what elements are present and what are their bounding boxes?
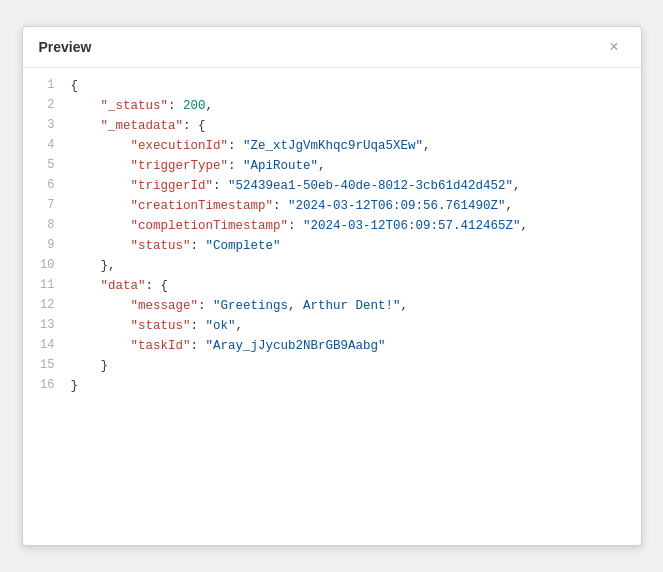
line-number: 4 (23, 136, 71, 156)
code-token: : (191, 339, 206, 353)
code-token: "ok" (206, 319, 236, 333)
line-content: "data": { (71, 276, 641, 296)
table-row: 3 "_metadata": { (23, 116, 641, 136)
code-token: "triggerId" (131, 179, 214, 193)
code-token: : (191, 319, 206, 333)
line-content: }, (71, 256, 641, 276)
code-token: , (401, 299, 409, 313)
table-row: 12 "message": "Greetings, Arthur Dent!", (23, 296, 641, 316)
line-content: { (71, 76, 641, 96)
code-token: "executionId" (131, 139, 229, 153)
table-row: 1{ (23, 76, 641, 96)
table-row: 5 "triggerType": "ApiRoute", (23, 156, 641, 176)
line-content: "triggerId": "52439ea1-50eb-40de-8012-3c… (71, 176, 641, 196)
line-number: 3 (23, 116, 71, 136)
code-token: "completionTimestamp" (131, 219, 289, 233)
code-token: : (228, 139, 243, 153)
code-token: "message" (131, 299, 199, 313)
line-content: } (71, 356, 641, 376)
code-token: , (206, 99, 214, 113)
line-number: 6 (23, 176, 71, 196)
line-number: 11 (23, 276, 71, 296)
code-token: , (513, 179, 521, 193)
code-container: 1{2 "_status": 200,3 "_metadata": {4 "ex… (23, 76, 641, 396)
preview-modal: Preview × 1{2 "_status": 200,3 "_metadat… (22, 26, 642, 546)
code-token: : (288, 219, 303, 233)
table-row: 8 "completionTimestamp": "2024-03-12T06:… (23, 216, 641, 236)
code-token: "Complete" (206, 239, 281, 253)
code-token: "taskId" (131, 339, 191, 353)
code-token: , (506, 199, 514, 213)
code-token: : (198, 299, 213, 313)
table-row: 9 "status": "Complete" (23, 236, 641, 256)
code-token: } (71, 379, 79, 393)
code-token: "status" (131, 239, 191, 253)
code-token: , (521, 219, 529, 233)
code-token: : { (183, 119, 206, 133)
table-row: 10 }, (23, 256, 641, 276)
modal-header: Preview × (23, 27, 641, 68)
close-button[interactable]: × (603, 37, 624, 57)
code-token: "data" (101, 279, 146, 293)
line-content: "_status": 200, (71, 96, 641, 116)
code-token: "Greetings, Arthur Dent!" (213, 299, 401, 313)
code-token: "_metadata" (101, 119, 184, 133)
table-row: 15 } (23, 356, 641, 376)
line-content: "_metadata": { (71, 116, 641, 136)
table-row: 14 "taskId": "Aray_jJycub2NBrGB9Aabg" (23, 336, 641, 356)
table-row: 6 "triggerId": "52439ea1-50eb-40de-8012-… (23, 176, 641, 196)
code-token: "52439ea1-50eb-40de-8012-3cb61d42d452" (228, 179, 513, 193)
code-token: "Ze_xtJgVmKhqc9rUqa5XEw" (243, 139, 423, 153)
line-number: 5 (23, 156, 71, 176)
code-token: "triggerType" (131, 159, 229, 173)
code-token: , (423, 139, 431, 153)
code-token: : { (146, 279, 169, 293)
line-content: "executionId": "Ze_xtJgVmKhqc9rUqa5XEw", (71, 136, 641, 156)
code-token: , (236, 319, 244, 333)
code-token: "ApiRoute" (243, 159, 318, 173)
code-token: : (191, 239, 206, 253)
table-row: 11 "data": { (23, 276, 641, 296)
line-content: "creationTimestamp": "2024-03-12T06:09:5… (71, 196, 641, 216)
code-token: : (213, 179, 228, 193)
code-token: , (318, 159, 326, 173)
line-number: 1 (23, 76, 71, 96)
line-number: 13 (23, 316, 71, 336)
line-number: 15 (23, 356, 71, 376)
line-content: "completionTimestamp": "2024-03-12T06:09… (71, 216, 641, 236)
line-number: 12 (23, 296, 71, 316)
code-token: "creationTimestamp" (131, 199, 274, 213)
line-number: 10 (23, 256, 71, 276)
line-number: 16 (23, 376, 71, 396)
line-content: } (71, 376, 641, 396)
table-row: 16} (23, 376, 641, 396)
code-token: 200 (183, 99, 206, 113)
modal-title: Preview (39, 39, 92, 55)
code-token: "Aray_jJycub2NBrGB9Aabg" (206, 339, 386, 353)
code-token: { (71, 79, 79, 93)
code-token: "status" (131, 319, 191, 333)
line-content: "message": "Greetings, Arthur Dent!", (71, 296, 641, 316)
table-row: 13 "status": "ok", (23, 316, 641, 336)
line-content: "status": "Complete" (71, 236, 641, 256)
line-number: 7 (23, 196, 71, 216)
table-row: 2 "_status": 200, (23, 96, 641, 116)
code-token: } (101, 359, 109, 373)
line-number: 14 (23, 336, 71, 356)
line-content: "status": "ok", (71, 316, 641, 336)
line-content: "triggerType": "ApiRoute", (71, 156, 641, 176)
code-token: : (273, 199, 288, 213)
table-row: 4 "executionId": "Ze_xtJgVmKhqc9rUqa5XEw… (23, 136, 641, 156)
code-token: "2024-03-12T06:09:57.412465Z" (303, 219, 521, 233)
code-token: "_status" (101, 99, 169, 113)
line-content: "taskId": "Aray_jJycub2NBrGB9Aabg" (71, 336, 641, 356)
code-token: }, (101, 259, 116, 273)
code-token: : (168, 99, 183, 113)
table-row: 7 "creationTimestamp": "2024-03-12T06:09… (23, 196, 641, 216)
code-token: "2024-03-12T06:09:56.761490Z" (288, 199, 506, 213)
line-number: 2 (23, 96, 71, 116)
modal-body: 1{2 "_status": 200,3 "_metadata": {4 "ex… (23, 68, 641, 545)
line-number: 9 (23, 236, 71, 256)
line-number: 8 (23, 216, 71, 236)
code-token: : (228, 159, 243, 173)
